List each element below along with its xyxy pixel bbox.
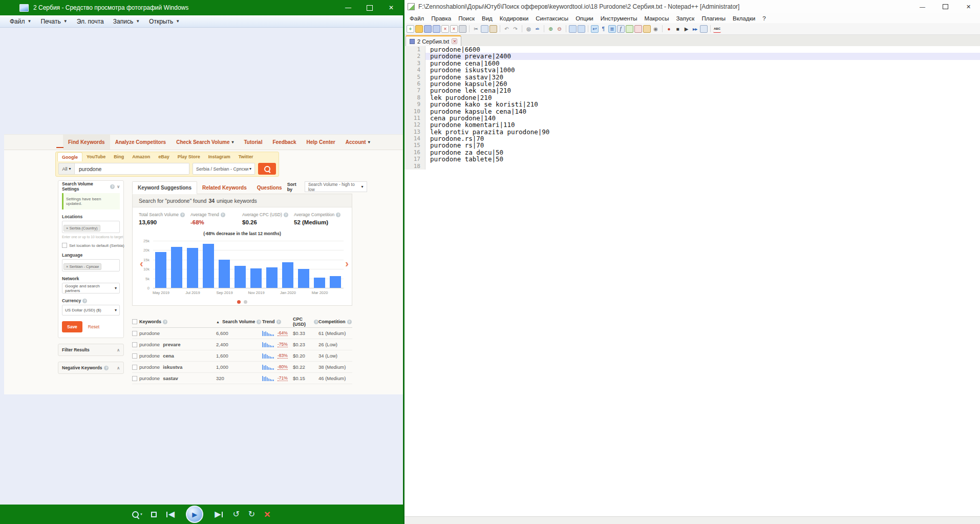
close-button[interactable]: ✕ bbox=[957, 0, 980, 13]
spell-check-icon[interactable]: ABC bbox=[713, 25, 721, 33]
line-text[interactable]: purodone rs|70 bbox=[425, 142, 980, 149]
function-list-icon[interactable]: ƒ bbox=[617, 25, 625, 33]
editor-line[interactable]: 7purodone lek cena|210 bbox=[404, 87, 980, 94]
platform-tab-twitter[interactable]: Twitter bbox=[235, 152, 258, 161]
keyword-search-input[interactable] bbox=[75, 163, 189, 175]
platform-tab-play-store[interactable]: Play Store bbox=[174, 152, 204, 161]
macro-save-icon[interactable] bbox=[700, 25, 708, 33]
row-checkbox[interactable] bbox=[132, 376, 139, 381]
editor-line[interactable]: 11cena purodone|140 bbox=[404, 115, 980, 121]
photo-viewer-titlebar[interactable]: 2 Сербия - Средство просмотра фотографий… bbox=[0, 0, 403, 15]
document-list-icon[interactable] bbox=[634, 25, 642, 33]
folder-as-workspace-icon[interactable] bbox=[643, 25, 651, 33]
editor-line[interactable]: 13lek protiv parazita purodone|90 bbox=[404, 129, 980, 135]
npp-menu-вид[interactable]: Вид bbox=[478, 15, 496, 22]
reset-button[interactable]: Reset bbox=[88, 324, 99, 329]
column-header-trend[interactable]: Trend? bbox=[262, 319, 293, 324]
document-map-icon[interactable] bbox=[626, 25, 633, 33]
next-period-arrow[interactable]: › bbox=[345, 258, 349, 268]
platform-tab-amazon[interactable]: Amazon bbox=[128, 152, 154, 161]
select-all-checkbox[interactable] bbox=[132, 319, 139, 324]
print-icon[interactable] bbox=[459, 25, 466, 33]
nav-item-check-search-volume[interactable]: Check Search Volume▾ bbox=[171, 135, 239, 150]
network-dropdown[interactable]: Google and search partners▾ bbox=[62, 283, 120, 294]
locations-input[interactable]: × Serbia (Country) bbox=[62, 221, 120, 233]
trend-percent[interactable]: -71% bbox=[278, 375, 288, 381]
line-text[interactable]: purodone cena|1600 bbox=[425, 60, 980, 67]
find-icon[interactable]: ◎ bbox=[525, 25, 532, 33]
editor-line[interactable]: 6purodone kapsule|260 bbox=[404, 80, 980, 87]
viewer-menu-3[interactable]: Эл. почта bbox=[72, 15, 109, 27]
keyword-cell[interactable]: purodonesastav bbox=[139, 375, 216, 381]
slideshow-button[interactable]: ▶ bbox=[186, 506, 203, 523]
minimize-button[interactable]: — bbox=[911, 0, 934, 13]
line-text[interactable]: purodone lek cena|210 bbox=[425, 87, 980, 94]
column-header-cpc-usd-[interactable]: CPC (USD)? bbox=[293, 317, 318, 327]
macro-play-icon[interactable]: ▶ bbox=[683, 25, 690, 33]
trend-percent[interactable]: -64% bbox=[278, 330, 288, 336]
npp-menu-плагины[interactable]: Плагины bbox=[698, 15, 729, 22]
negative-keywords-header[interactable]: Negative Keywords ? ∧ bbox=[58, 362, 123, 373]
resize-button[interactable] bbox=[151, 512, 157, 517]
close-tab-icon[interactable]: ✕ bbox=[452, 38, 457, 44]
column-header-competition[interactable]: Competition? bbox=[318, 319, 352, 324]
remove-tag-icon[interactable]: × bbox=[66, 264, 68, 269]
editor-line[interactable]: 14purodone.rs|70 bbox=[404, 135, 980, 142]
platform-tab-ebay[interactable]: eBay bbox=[154, 152, 174, 161]
remove-tag-icon[interactable]: × bbox=[66, 226, 68, 230]
npp-menu-вкладки[interactable]: Вкладки bbox=[729, 15, 759, 22]
npp-menu-файл[interactable]: Файл bbox=[406, 15, 428, 22]
platform-tab-instagram[interactable]: Instagram bbox=[204, 152, 235, 161]
word-wrap-icon[interactable]: ↩ bbox=[591, 25, 599, 33]
sort-dropdown[interactable]: Search Volume - high to low▾ bbox=[305, 181, 367, 192]
viewer-menu-4[interactable]: Запись▼ bbox=[109, 15, 144, 27]
checkbox-icon[interactable] bbox=[132, 342, 137, 347]
currency-dropdown[interactable]: US Dollar (USD) ($)▾ bbox=[62, 305, 120, 316]
trend-percent[interactable]: -75% bbox=[278, 342, 288, 347]
row-checkbox[interactable] bbox=[132, 331, 139, 336]
editor-line[interactable]: 2purodone prevare|2400 bbox=[404, 53, 980, 59]
line-text[interactable]: purodone tablete|50 bbox=[425, 156, 980, 162]
checkbox-icon[interactable] bbox=[62, 243, 67, 248]
line-text[interactable]: purodone|6600 bbox=[425, 46, 980, 53]
viewer-menu-5[interactable]: Открыть▼ bbox=[144, 15, 184, 27]
nav-item-tutorial[interactable]: Tutorial bbox=[239, 135, 267, 150]
zoom-in-icon[interactable]: ⊕ bbox=[547, 25, 555, 33]
rotate-clockwise-button[interactable]: ↻ bbox=[248, 510, 255, 518]
checkbox-icon[interactable] bbox=[132, 319, 137, 324]
nav-item-find-keywords[interactable]: Find Keywords bbox=[63, 135, 110, 150]
keyword-cell[interactable]: purodoneprevare bbox=[139, 342, 216, 347]
viewer-menu-2[interactable]: Печать▼ bbox=[36, 15, 72, 27]
minimize-button[interactable]: — bbox=[337, 0, 359, 15]
editor-line[interactable]: 8lek purodone|210 bbox=[404, 94, 980, 101]
close-all-icon[interactable]: × bbox=[450, 25, 458, 33]
pager-dot[interactable] bbox=[237, 300, 241, 304]
npp-menu-инструменты[interactable]: Инструменты bbox=[597, 15, 641, 22]
tab-questions[interactable]: Questions bbox=[252, 182, 287, 194]
table-row[interactable]: purodonecena1,600-83%$0.2034 (Low) bbox=[132, 350, 352, 362]
line-text[interactable]: cena purodone|140 bbox=[425, 115, 980, 121]
table-row[interactable]: purodoneprevare2,400-75%$0.2326 (Low) bbox=[132, 339, 352, 350]
line-text[interactable]: lek purodone|210 bbox=[425, 94, 980, 101]
document-tab[interactable]: 2 Сербия.txt ✕ bbox=[406, 35, 461, 46]
column-header-search-volume[interactable]: ▲Search Volume? bbox=[216, 319, 262, 324]
undo-icon[interactable]: ↶ bbox=[503, 25, 510, 33]
sync-scroll-vertical-icon[interactable] bbox=[569, 25, 577, 33]
macro-record-icon[interactable]: ● bbox=[665, 25, 673, 33]
line-text[interactable]: purodone komentari|110 bbox=[425, 121, 980, 128]
search-scope-dropdown[interactable]: All▾ bbox=[58, 163, 75, 175]
save-all-icon[interactable] bbox=[433, 25, 440, 33]
sync-scroll-horizontal-icon[interactable] bbox=[578, 25, 585, 33]
filter-results-header[interactable]: Filter Results ∧ bbox=[58, 344, 123, 355]
language-input[interactable]: × Serbian - Српски bbox=[62, 259, 120, 271]
checkbox-icon[interactable] bbox=[132, 376, 137, 381]
editor-line[interactable]: 1purodone|6600 bbox=[404, 46, 980, 53]
npp-menu-правка[interactable]: Правка bbox=[428, 15, 455, 22]
next-button[interactable]: ▶ bbox=[215, 510, 224, 518]
keyword-cell[interactable]: purodoneiskustva bbox=[139, 364, 216, 370]
editor-line[interactable]: 3purodone cena|1600 bbox=[404, 60, 980, 67]
editor-line[interactable]: 16purodone za decu|50 bbox=[404, 149, 980, 156]
search-button[interactable] bbox=[258, 163, 276, 175]
editor-line[interactable]: 15purodone rs|70 bbox=[404, 142, 980, 149]
redo-icon[interactable]: ↷ bbox=[512, 25, 519, 33]
